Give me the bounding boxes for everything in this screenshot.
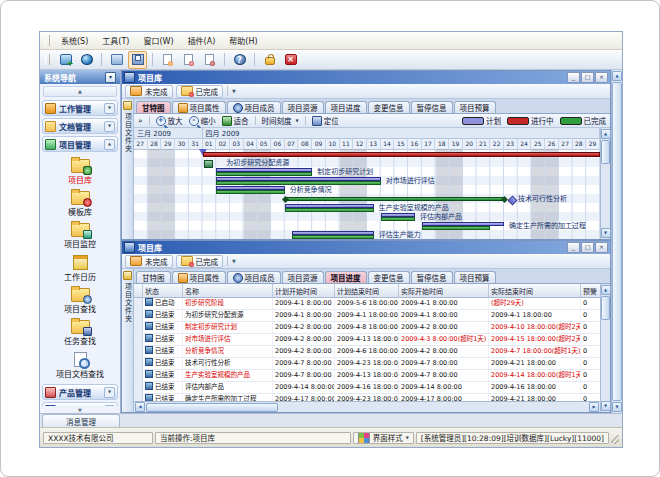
- row-selector[interactable]: [134, 346, 143, 357]
- table-horizontal-scrollbar[interactable]: ◀ ▶: [134, 401, 600, 412]
- fit-button[interactable]: 适合: [222, 115, 249, 126]
- help-button[interactable]: ?: [230, 51, 249, 69]
- chevron-down-icon[interactable]: ▼: [104, 121, 115, 132]
- doc-add-button[interactable]: [158, 51, 177, 69]
- row-selector[interactable]: [134, 334, 143, 345]
- scroll-down-icon[interactable]: ▼: [601, 228, 611, 238]
- chevron-down-icon[interactable]: ▼: [232, 88, 236, 94]
- gantt-plan-bar[interactable]: [381, 213, 415, 217]
- doc-edit-button[interactable]: [179, 51, 198, 69]
- gantt-plan-bar[interactable]: [285, 204, 374, 208]
- gantt-done-bar[interactable]: [216, 172, 312, 176]
- sidebar-item-project-search[interactable]: 项目查找: [40, 284, 120, 316]
- sidebar-section-project-mgmt[interactable]: 项目管理▲: [42, 136, 118, 152]
- gantt-done-bar[interactable]: [216, 190, 285, 194]
- table-row[interactable]: 已结束为初步研究分配资源2009-4-1 8:00:002009-4-1 18:…: [134, 310, 600, 322]
- tab-message-management[interactable]: 消息管理: [42, 414, 120, 427]
- desktop-button[interactable]: [56, 51, 75, 69]
- sidebar-item-template-library[interactable]: 模板库: [40, 187, 120, 219]
- resize-grip[interactable]: [611, 432, 619, 444]
- table-tab-project-members[interactable]: 项目成员: [227, 271, 281, 283]
- gantt-chart[interactable]: 三月 2009四月 2009 2728293031010203040506070…: [134, 128, 600, 239]
- sidebar-item-project-library[interactable]: 项目库: [40, 155, 120, 187]
- column-header-5[interactable]: 实际开始时间: [399, 284, 489, 297]
- scroll-up-icon[interactable]: ▲: [601, 285, 611, 295]
- sidebar-section-process-mgmt[interactable]: 工艺管理▼: [42, 402, 118, 406]
- gantt-done-bar[interactable]: [381, 217, 415, 221]
- table-tab-pause-info[interactable]: 暂停信息: [411, 271, 453, 283]
- scroll-thumb[interactable]: [601, 140, 610, 164]
- project-folder-side-tab[interactable]: 项目文件夹: [122, 269, 134, 412]
- table-row[interactable]: 已结束技术可行性分析2009-4-7 8:00:002009-4-23 18:0…: [134, 358, 600, 370]
- table-tab-project-resources[interactable]: 项目资源: [282, 271, 324, 283]
- table-tab-project-props[interactable]: 项目属性: [172, 271, 226, 283]
- row-selector[interactable]: [134, 310, 143, 321]
- zoom-out-button[interactable]: -缩小: [189, 115, 216, 126]
- table-tab-change-info[interactable]: 变更信息: [368, 271, 410, 283]
- menu-plugins[interactable]: 插件(A): [181, 34, 223, 47]
- gantt-tab-project-budget[interactable]: 项目预算: [454, 101, 496, 113]
- menu-system[interactable]: 系统(S): [54, 34, 95, 47]
- table-row[interactable]: 已结束评估内部产品2009-4-14 8:00:002009-4-16 18:0…: [134, 382, 600, 394]
- table-row[interactable]: 已结束制定初步研究计划2009-4-2 8:00:002009-4-8 18:0…: [134, 322, 600, 334]
- row-selector[interactable]: [134, 358, 143, 369]
- row-selector[interactable]: [134, 370, 143, 381]
- chevron-down-icon[interactable]: ▼: [232, 258, 236, 264]
- pin-icon[interactable]: ▾: [105, 72, 116, 83]
- sidebar-section-work-mgmt[interactable]: 工作管理▼: [42, 100, 118, 116]
- locate-button[interactable]: 定位: [312, 115, 339, 126]
- chevron-down-icon[interactable]: ▼: [104, 405, 115, 407]
- sidebar-section-doc-mgmt[interactable]: 文档管理▼: [42, 118, 118, 134]
- table-row[interactable]: 已结束确定生产所需的加工过程2009-4-17 8:00:002009-4-23…: [134, 394, 600, 401]
- gantt-vertical-scrollbar[interactable]: ▲ ▼: [600, 128, 610, 239]
- table-vertical-scrollbar[interactable]: ▲ ▼: [600, 284, 610, 412]
- gantt-task-bar[interactable]: [203, 152, 600, 157]
- column-header-6[interactable]: 实际结束时间: [489, 284, 581, 297]
- gantt-tab-pause-info[interactable]: 暂停信息: [411, 101, 453, 113]
- sidebar-item-work-calendar[interactable]: 工作日历: [40, 251, 120, 284]
- sidebar-item-project-doc-search[interactable]: 项目文档查找: [40, 348, 120, 381]
- minimize-button[interactable]: _: [567, 72, 580, 83]
- gantt-tab-project-progress[interactable]: 项目进度: [325, 101, 367, 113]
- scroll-thumb[interactable]: [601, 296, 610, 320]
- table-row[interactable]: 已启动初步研究阶段2009-4-1 8:00:002009-5-6 18:00:…: [134, 298, 600, 310]
- gantt-tab-change-info[interactable]: 变更信息: [368, 101, 410, 113]
- filter-unfinished-button[interactable]: 未完成: [125, 255, 173, 268]
- scroll-down-icon[interactable]: ▼: [601, 401, 611, 411]
- doc-remove-button[interactable]: [200, 51, 219, 69]
- column-header-4[interactable]: 计划结束时间: [335, 284, 399, 297]
- mdi-vertical-scrollbar[interactable]: ▲ ▼: [611, 70, 622, 413]
- scroll-down-icon[interactable]: ▼: [612, 402, 622, 412]
- row-selector[interactable]: [134, 322, 143, 333]
- gantt-done-bar[interactable]: [422, 226, 491, 230]
- row-selector[interactable]: [134, 394, 143, 401]
- gantt-summary-bar[interactable]: [285, 197, 504, 201]
- globe-button[interactable]: [77, 51, 96, 69]
- sidebar-collapse-button[interactable]: ▲: [43, 86, 117, 97]
- minimize-button[interactable]: _: [567, 242, 580, 253]
- chevron-up-icon[interactable]: ▲: [104, 139, 115, 150]
- gantt-plan-bar[interactable]: [216, 168, 312, 172]
- scroll-up-icon[interactable]: ▲: [612, 71, 622, 81]
- maximize-button[interactable]: □: [581, 72, 594, 83]
- table-row[interactable]: 已结束分析竞争情况2009-4-2 8:00:002009-4-6 18:00:…: [134, 346, 600, 358]
- column-header-3[interactable]: 计划开始时间: [273, 284, 335, 297]
- gantt-done-bar[interactable]: [292, 235, 374, 239]
- column-header-2[interactable]: 名称: [183, 284, 273, 297]
- gantt-done-bar[interactable]: [285, 208, 374, 212]
- timescale-dropdown[interactable]: 时间刻度: [262, 115, 299, 126]
- sidebar-item-task-search[interactable]: 任务查找: [40, 316, 120, 348]
- table-row[interactable]: 已结束生产实验室规模的产品2009-4-7 8:00:002009-4-13 1…: [134, 370, 600, 382]
- close-button[interactable]: ×: [595, 72, 608, 83]
- menu-help[interactable]: 帮助(H): [222, 34, 264, 47]
- table-tab-project-progress[interactable]: 项目进度: [325, 271, 367, 283]
- sidebar-section-product-mgmt[interactable]: 产品管理▼: [42, 384, 118, 400]
- menu-window[interactable]: 窗口(W): [136, 34, 180, 47]
- close-button[interactable]: ×: [595, 242, 608, 253]
- gantt-plan-bar[interactable]: [216, 177, 380, 181]
- sidebar-item-project-monitor[interactable]: 项目监控: [40, 219, 120, 251]
- gantt-tab-gantt[interactable]: 甘特图: [136, 101, 171, 113]
- filter-unfinished-button[interactable]: 未完成: [125, 85, 173, 98]
- table-tab-gantt[interactable]: 甘特图: [136, 271, 171, 283]
- row-selector[interactable]: [134, 382, 143, 393]
